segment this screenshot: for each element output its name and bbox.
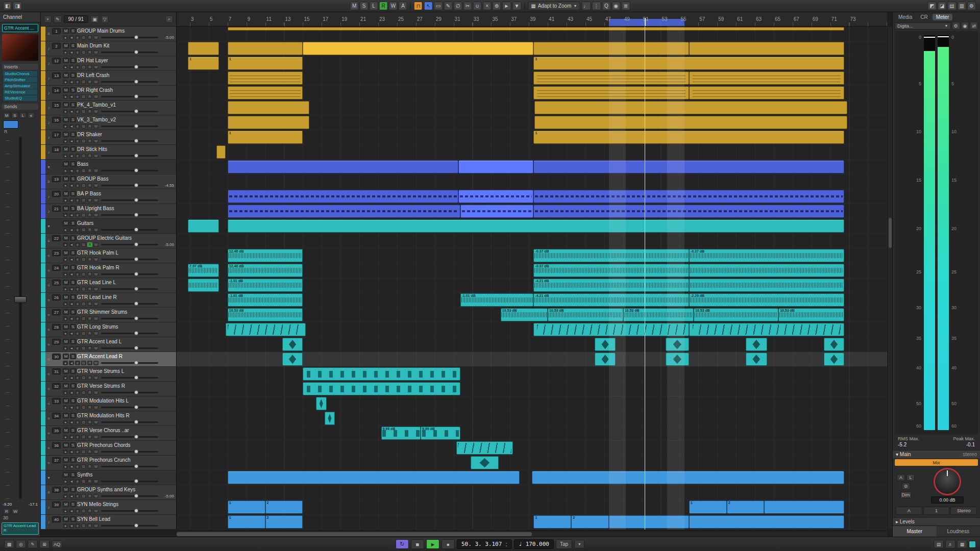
slider-knob[interactable] <box>134 302 138 306</box>
listen-button[interactable]: L <box>906 474 915 481</box>
track-volume-slider[interactable] <box>101 481 158 482</box>
track-solo-button[interactable]: S <box>70 413 76 418</box>
audio-clip[interactable] <box>595 353 616 366</box>
audio-clip[interactable]: -0.37 dB <box>533 264 689 277</box>
record-arm-icon[interactable]: ● <box>63 80 68 84</box>
monitor-icon[interactable]: ◄ <box>69 390 74 395</box>
audio-clip[interactable] <box>228 205 460 218</box>
track-row[interactable]: ♪40MSSYN Bell Lead●◄e⊟RW <box>41 515 176 530</box>
track-mute-button[interactable]: M <box>63 413 69 418</box>
track-solo-button[interactable]: S <box>70 472 76 478</box>
audio-clip[interactable]: -2.29 dB <box>689 293 844 307</box>
slider-knob[interactable] <box>134 509 138 513</box>
read-icon[interactable]: R <box>87 228 92 232</box>
slider-knob[interactable] <box>134 449 138 454</box>
slider-knob[interactable] <box>134 257 138 261</box>
monitor-icon[interactable]: ◄ <box>69 139 74 143</box>
vertical-scrollbar[interactable] <box>887 27 892 530</box>
read-icon[interactable]: R <box>87 65 92 69</box>
audio-clip[interactable]: 1 <box>228 515 265 529</box>
pan-control[interactable] <box>3 120 18 129</box>
track-solo-button[interactable]: S <box>70 368 76 374</box>
edit-channel-icon[interactable]: e <box>75 449 80 454</box>
track-mute-button[interactable]: M <box>63 472 69 478</box>
track-mute-button[interactable]: M <box>63 324 69 330</box>
track-lane[interactable] <box>177 234 887 248</box>
audio-clip[interactable]: 10.53 dB <box>778 308 844 321</box>
freeze-icon[interactable]: ⊟ <box>81 183 86 188</box>
audio-clip[interactable] <box>460 205 534 218</box>
track-solo-button[interactable]: S <box>70 428 76 433</box>
horizontal-scrollbar[interactable] <box>177 531 887 537</box>
track-mute-button[interactable]: M <box>63 235 69 241</box>
audio-clip[interactable] <box>458 160 534 173</box>
slider-knob[interactable] <box>134 361 138 365</box>
track-lane[interactable] <box>177 441 887 456</box>
track-solo-button[interactable]: S <box>70 72 76 78</box>
slider-knob[interactable] <box>134 435 138 439</box>
record-arm-icon[interactable]: ● <box>63 302 68 306</box>
insert-slot[interactable]: PitchShifter <box>3 77 37 83</box>
grid-mode-icon[interactable]: ⊞ <box>39 540 50 548</box>
track-volume-slider[interactable] <box>101 318 158 319</box>
monitor-icon[interactable]: ◄ <box>69 405 74 410</box>
audio-clip[interactable] <box>533 42 689 55</box>
tab-meter[interactable]: Meter <box>933 14 953 20</box>
write-icon[interactable]: W <box>93 272 99 277</box>
track-solo-button[interactable]: S <box>70 383 76 389</box>
audio-clip[interactable] <box>228 219 844 233</box>
perf-icon[interactable]: ♬ <box>945 540 955 548</box>
read-icon[interactable]: R <box>87 449 92 454</box>
horizontal-scroll-thumb[interactable] <box>177 532 532 536</box>
slider-knob[interactable] <box>134 50 138 54</box>
workspace-icon[interactable]: ◨ <box>13 2 21 10</box>
audio-clip[interactable] <box>228 27 844 31</box>
track-lane[interactable] <box>177 145 887 160</box>
track-row[interactable]: ≈26MSGTR Lead Line R●◄e⊟RW <box>41 293 176 308</box>
track-lane[interactable] <box>177 382 887 396</box>
write-icon[interactable]: W <box>93 109 99 114</box>
monitor-a-button[interactable]: A <box>897 474 905 481</box>
audio-clip[interactable]: -1.01 dB <box>228 279 303 292</box>
track-volume-slider[interactable] <box>101 333 158 334</box>
project-window-icon[interactable]: ◧ <box>3 2 12 10</box>
track-volume-slider[interactable] <box>101 347 158 349</box>
edit-channel-icon[interactable]: e <box>75 124 80 129</box>
bypass-icon[interactable]: ⊘ <box>902 483 910 490</box>
audio-clip[interactable]: 1 <box>533 57 844 70</box>
edit-channel-icon[interactable]: e <box>75 287 80 291</box>
read-icon[interactable]: R <box>87 94 92 99</box>
freeze-icon[interactable]: ⊟ <box>81 242 86 247</box>
write-icon[interactable]: W <box>93 509 99 513</box>
record-arm-icon[interactable]: ● <box>63 331 68 336</box>
track-solo-button[interactable]: S <box>70 132 76 137</box>
edit-channel-icon[interactable]: e <box>75 109 80 114</box>
audio-clip[interactable] <box>746 338 767 351</box>
track-solo-button[interactable]: S <box>70 354 76 359</box>
write-icon[interactable]: W <box>93 420 99 424</box>
dim-button[interactable]: Dim <box>900 491 912 498</box>
track-volume-slider[interactable] <box>101 303 158 305</box>
read-icon[interactable]: R <box>87 213 92 217</box>
monitor-icon[interactable]: ◄ <box>69 420 74 424</box>
track-volume-slider[interactable] <box>101 81 158 83</box>
audio-clip[interactable] <box>228 471 520 484</box>
track-mute-button[interactable]: M <box>63 502 69 507</box>
track-solo-button[interactable]: S <box>70 161 76 167</box>
channel-m-button[interactable]: M <box>3 112 10 118</box>
slider-knob[interactable] <box>134 213 138 217</box>
range-tool[interactable]: ▭ <box>434 2 443 10</box>
edit-channel-icon[interactable]: e <box>75 168 80 173</box>
record-arm-icon[interactable]: ● <box>63 420 68 424</box>
edit-channel-icon[interactable]: e <box>75 523 80 528</box>
track-solo-button[interactable]: S <box>70 457 76 463</box>
select-tool[interactable]: ↖ <box>424 2 433 10</box>
spin-down-icon[interactable]: ▾ <box>505 544 507 547</box>
monitor-icon[interactable]: ◄ <box>69 80 74 84</box>
monitor-icon[interactable]: ◄ <box>69 242 74 247</box>
track-solo-button[interactable]: S <box>70 191 76 196</box>
track-solo-button[interactable]: S <box>70 398 76 404</box>
read-icon[interactable]: R <box>87 523 92 528</box>
track-solo-button[interactable]: S <box>70 309 76 315</box>
audio-clip[interactable] <box>534 101 847 114</box>
